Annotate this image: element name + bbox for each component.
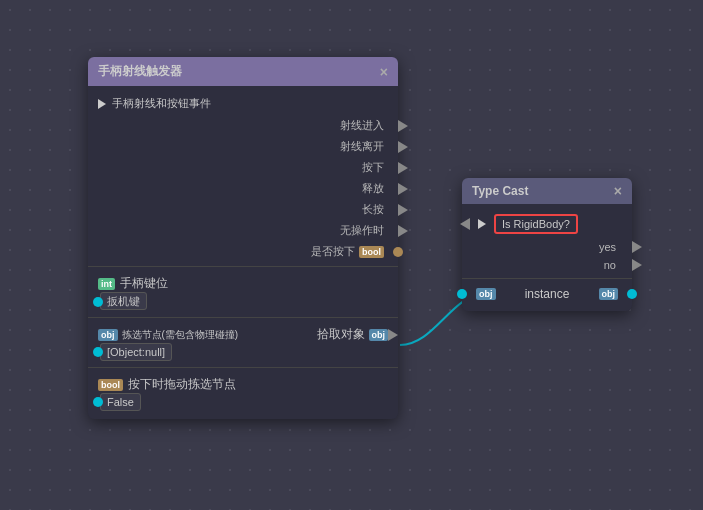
output-row-ispressed: 是否按下 bool [88,241,398,262]
output-label-longpress: 长按 [362,202,384,217]
expand-icon[interactable] [98,99,106,109]
output-label-ispressed: 是否按下 [311,244,355,259]
right-node-close-button[interactable]: × [614,184,622,198]
drag-value[interactable]: False [100,393,141,411]
is-rigidbody-expand-icon[interactable] [478,219,486,229]
right-node-header: Type Cast × [462,178,632,204]
ispressed-type-badge: bool [359,246,384,258]
output-row-rayleavee: 射线离开 [88,136,398,157]
pickup-type-badge: obj [98,329,118,341]
instance-type-left: obj [476,288,496,300]
output-port-yes[interactable] [632,241,642,253]
output-port-no[interactable] [632,259,642,271]
divider-3 [88,367,398,368]
output-row-longpress: 长按 [88,199,398,220]
output-label-rayenter: 射线进入 [340,118,384,133]
output-port-noop[interactable] [398,225,408,237]
output-label-rayleave: 射线离开 [340,139,384,154]
output-label-yes: yes [599,241,616,253]
instance-row: obj instance obj [462,283,632,305]
handlekey-value-wrap: 扳机键 [98,294,388,309]
input-group-handlekey: int 手柄键位 扳机键 [88,271,398,313]
output-row-no: no [462,256,632,274]
pickup-right: 拾取对象 obj [317,326,389,343]
output-port-rayenter[interactable] [398,120,408,132]
pickup-value[interactable]: [Object:null] [100,343,172,361]
handlekey-label: 手柄键位 [120,275,168,292]
output-row-release: 释放 [88,178,398,199]
output-label-press: 按下 [362,160,384,175]
left-node: 手柄射线触发器 × 手柄射线和按钮事件 射线进入 射线离开 按下 释放 长按 [88,57,398,419]
output-row-noop: 无操作时 [88,220,398,241]
divider-1 [88,266,398,267]
left-node-header: 手柄射线触发器 × [88,57,398,86]
drag-value-wrap: False [98,395,388,409]
input-row-handlekey: int 手柄键位 [98,275,388,292]
output-port-ispressed[interactable] [393,247,403,257]
pickup-output-type: obj [369,329,389,341]
divider-2 [88,317,398,318]
section-label: 手柄射线和按钮事件 [112,96,211,111]
right-divider [462,278,632,279]
drag-label: 按下时拖动拣选节点 [128,376,236,393]
output-port-release[interactable] [398,183,408,195]
handlekey-value[interactable]: 扳机键 [100,292,147,310]
pickup-output-port[interactable] [388,329,398,341]
right-node: Type Cast × Is RigidBody? yes no obj ins… [462,178,632,311]
output-row-rayenter: 射线进入 [88,115,398,136]
input-row-drag: bool 按下时拖动拣选节点 [98,376,388,393]
input-group-pickup: obj 拣选节点(需包含物理碰撞) 拾取对象 obj [Object:null] [88,322,398,363]
left-node-title: 手柄射线触发器 [98,63,182,80]
output-row-yes: yes [462,238,632,256]
handlekey-input-port[interactable] [93,297,103,307]
pickup-left: obj 拣选节点(需包含物理碰撞) [98,328,238,342]
left-node-close-button[interactable]: × [380,65,388,79]
input-group-drag: bool 按下时拖动拣选节点 False [88,372,398,413]
instance-output-port[interactable] [627,289,637,299]
is-rigidbody-label[interactable]: Is RigidBody? [494,214,578,234]
output-label-no: no [604,259,616,271]
is-rigidbody-input-port[interactable] [460,218,470,230]
pickup-value-wrap: [Object:null] [98,345,388,359]
pickup-output-label: 拾取对象 [317,326,365,343]
pickup-input-port[interactable] [93,347,103,357]
is-rigidbody-row: Is RigidBody? [462,210,632,238]
output-port-rayleave[interactable] [398,141,408,153]
output-port-longpress[interactable] [398,204,408,216]
section-header: 手柄射线和按钮事件 [88,92,398,115]
handlekey-type-badge: int [98,278,115,290]
drag-type-badge: bool [98,379,123,391]
instance-type-right: obj [599,288,619,300]
output-label-release: 释放 [362,181,384,196]
right-node-title: Type Cast [472,184,528,198]
output-row-press: 按下 [88,157,398,178]
pickup-label: 拣选节点(需包含物理碰撞) [122,328,239,342]
output-label-noop: 无操作时 [340,223,384,238]
input-row-pickup: obj 拣选节点(需包含物理碰撞) 拾取对象 obj [98,326,388,343]
right-node-body: Is RigidBody? yes no obj instance obj [462,204,632,311]
left-node-body: 手柄射线和按钮事件 射线进入 射线离开 按下 释放 长按 无操作时 是否按下 [88,86,398,419]
instance-input-port[interactable] [457,289,467,299]
output-port-press[interactable] [398,162,408,174]
drag-input-port[interactable] [93,397,103,407]
instance-label: instance [500,287,595,301]
